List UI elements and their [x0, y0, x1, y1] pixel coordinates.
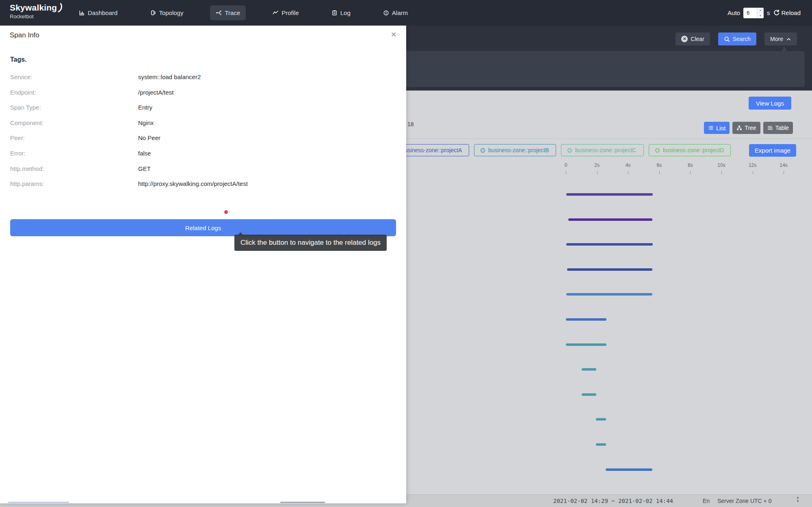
- axis-tick-mark: [566, 171, 566, 174]
- detail-label: Peer:: [10, 134, 25, 141]
- related-logs-button[interactable]: Related Logs: [10, 219, 396, 236]
- clipped-content-fragment: [280, 502, 325, 503]
- service-tag-label: business-zone::projectC: [575, 147, 636, 153]
- nav-item-label: Alarm: [392, 9, 408, 16]
- modal-title: Span Info: [10, 31, 39, 39]
- span-detail-row: Peer:No Peer: [0, 134, 406, 142]
- trace-span-bar[interactable]: [566, 343, 606, 346]
- span-detail-row: Span Type:Entry: [0, 104, 406, 112]
- auto-interval-input[interactable]: 6 ▲▼: [743, 8, 764, 18]
- axis-tick-label: 10s: [717, 162, 725, 168]
- nav-item-label: Topology: [159, 9, 183, 16]
- log-icon: [331, 10, 338, 16]
- detail-value: GET: [138, 165, 151, 172]
- span-detail-row: http.params:http://proxy.skywalking.com/…: [0, 180, 406, 188]
- view-mode-table-button[interactable]: Table: [763, 122, 793, 134]
- tags-section-title: Tags.: [10, 56, 27, 63]
- trace-span-bar[interactable]: [566, 243, 653, 246]
- nav-item-dashboard[interactable]: Dashboard: [73, 5, 123, 20]
- nav-item-alarm[interactable]: Alarm: [377, 5, 414, 20]
- search-label: Search: [733, 36, 751, 42]
- nav-item-label: Profile: [281, 9, 299, 16]
- tooltip-anchor-dot: [224, 210, 228, 214]
- trace-span-bar[interactable]: [582, 393, 596, 396]
- nav-item-profile[interactable]: Profile: [267, 5, 305, 20]
- reload-button[interactable]: Reload: [773, 9, 801, 16]
- detail-label: Component:: [10, 119, 43, 126]
- zone-stepper-up-icon[interactable]: ▲: [796, 496, 799, 499]
- span-detail-row: Service:system::load balancer2: [0, 73, 406, 82]
- dashboard-icon: [79, 10, 85, 16]
- detail-value: false: [138, 150, 151, 157]
- nav-item-topology[interactable]: Topology: [144, 5, 189, 20]
- zone-stepper[interactable]: ▲▼: [796, 496, 799, 503]
- related-logs-tooltip: Click the button to navigate to the rela…: [234, 235, 387, 251]
- auto-interval-value[interactable]: 6: [743, 10, 757, 16]
- service-tag-label: business-zone::projectB: [488, 147, 549, 153]
- trace-span-bar[interactable]: [596, 418, 606, 421]
- more-panel-arrow: [782, 47, 787, 51]
- trace-span-bar[interactable]: [596, 443, 606, 446]
- stepper-up-icon[interactable]: ▲: [757, 8, 764, 13]
- more-label: More: [770, 36, 783, 42]
- clear-label: Clear: [691, 36, 704, 42]
- nav-item-trace[interactable]: Trace: [210, 5, 246, 20]
- trace-span-bar[interactable]: [566, 318, 606, 321]
- detail-label: http.params:: [10, 180, 44, 187]
- logo-swoosh-icon: [58, 3, 63, 13]
- axis-tick-mark: [597, 171, 598, 174]
- auto-reload-controls: Auto 6 ▲▼ s Reload: [728, 0, 801, 26]
- detail-value: No Peer: [138, 134, 160, 141]
- alarm-icon: [383, 10, 389, 16]
- trace-span-bar[interactable]: [606, 468, 652, 471]
- service-tag-label: business-zone::projectA: [401, 147, 462, 153]
- detail-label: Service:: [10, 73, 32, 80]
- trace-span-bar[interactable]: [567, 268, 653, 271]
- auto-unit: s: [767, 9, 770, 16]
- topology-icon: [150, 10, 156, 16]
- clear-button[interactable]: ✕ Clear: [676, 32, 710, 45]
- service-tag-projectB[interactable]: business-zone::projectB: [474, 144, 556, 156]
- service-tag-projectD[interactable]: business-zone::projectD: [649, 144, 731, 156]
- span-detail-row: Component:Nginx: [0, 119, 406, 127]
- trace-span-bar[interactable]: [566, 193, 653, 196]
- service-tag-label: business-zone::projectD: [663, 147, 724, 153]
- detail-value: Entry: [138, 104, 152, 111]
- view-mode-label: Table: [775, 125, 789, 131]
- clipped-content-fragment: [8, 502, 69, 503]
- axis-tick-mark: [659, 171, 660, 174]
- detail-label: Error:: [10, 150, 26, 157]
- auto-interval-stepper[interactable]: ▲▼: [757, 8, 764, 18]
- chevron-up-icon: [786, 37, 791, 42]
- view-logs-button[interactable]: View Logs: [749, 97, 791, 110]
- auto-label: Auto: [728, 9, 740, 16]
- circle-icon: [655, 148, 660, 153]
- search-button[interactable]: Search: [718, 32, 756, 45]
- axis-tick-label: 0: [565, 162, 567, 168]
- axis-tick-label: 6s: [656, 162, 662, 168]
- stepper-down-icon[interactable]: ▼: [757, 13, 764, 18]
- view-mode-list-button[interactable]: List: [704, 122, 730, 134]
- more-button[interactable]: More: [764, 32, 797, 45]
- table-icon: [767, 125, 773, 131]
- server-zone-label: Server Zone UTC + 0: [717, 498, 771, 504]
- nav-item-label: Dashboard: [88, 9, 117, 16]
- detail-value: Nginx: [138, 119, 154, 126]
- view-mode-switcher: ListTreeTable: [704, 122, 793, 134]
- navbar: Skywalking Rocketbot DashboardTopologyTr…: [0, 0, 812, 26]
- view-mode-tree-button[interactable]: Tree: [732, 122, 760, 134]
- search-icon: [724, 36, 730, 42]
- span-detail-row: http.method:GET: [0, 165, 406, 173]
- trace-icon: [216, 10, 222, 16]
- trace-span-bar[interactable]: [582, 368, 596, 371]
- close-icon[interactable]: ✕: [391, 30, 396, 39]
- export-image-button[interactable]: Export image: [749, 144, 796, 157]
- trace-span-bar[interactable]: [566, 293, 652, 296]
- service-tag-projectC[interactable]: business-zone::projectC: [561, 144, 644, 156]
- language-selector[interactable]: En: [703, 498, 710, 504]
- clear-circle-x-icon: ✕: [681, 36, 688, 42]
- nav-item-log[interactable]: Log: [326, 5, 356, 20]
- span-detail-row: Endpoint:/projectA/test: [0, 89, 406, 97]
- zone-stepper-down-icon[interactable]: ▼: [796, 500, 799, 503]
- trace-span-bar[interactable]: [568, 218, 652, 221]
